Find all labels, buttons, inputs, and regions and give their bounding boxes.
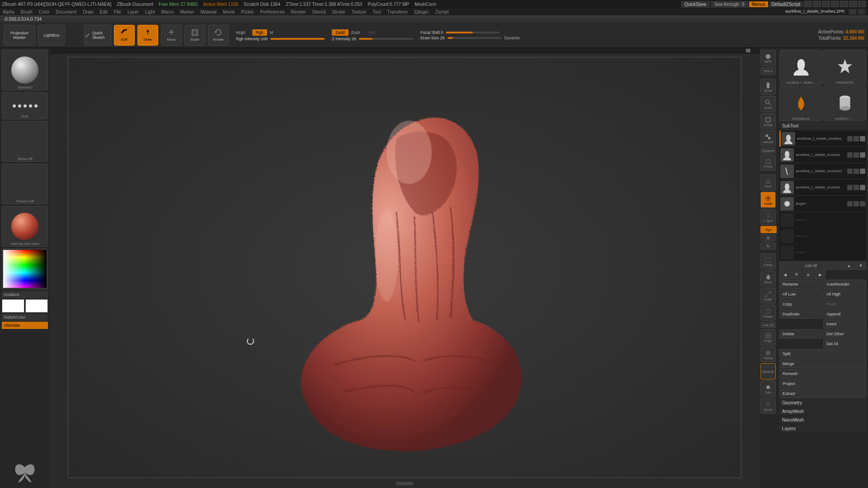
gradient-button[interactable]: Gradient [2,291,48,298]
all-high-button[interactable]: All High [823,290,866,299]
append-button[interactable]: Append [823,310,866,319]
xyz-button[interactable]: Xyz [760,226,777,233]
del-other-button[interactable]: Del Other [823,329,866,338]
alpha-preview[interactable]: Alpha Off [2,121,48,162]
window-btn-1[interactable] [804,1,812,7]
subtool-up-button[interactable]: ▲ [844,262,854,270]
material-preview[interactable]: MatCap Red Wax [2,206,48,247]
zsub-label[interactable]: Zsub [351,30,365,35]
z-intensity[interactable]: Z Intensity 25 [332,37,356,41]
bpr-button[interactable]: BPR [760,50,776,66]
extract-button[interactable]: Extract [779,389,866,398]
subtool-mode-icon[interactable] [854,169,859,174]
tool-tile-polymesh[interactable]: PolyMesh3D [823,50,866,85]
menu-movie[interactable]: Movie [223,9,235,14]
edit-button[interactable]: Edit [114,25,135,46]
menu-material[interactable]: Material [201,9,217,14]
section-arraymesh[interactable]: ArrayMesh [779,408,866,415]
xpose-button[interactable]: Xpose [760,398,776,414]
subtool-paint-icon[interactable] [847,201,853,206]
rgb-button[interactable]: Rgb [252,29,267,36]
main-color-swatch[interactable] [2,299,24,313]
menus-button[interactable]: Menus [749,1,768,7]
subtool-item[interactable]: workflow_I_details_brushes [779,147,866,163]
linefill-button[interactable]: Line Fill [760,322,776,328]
dynamic-button[interactable]: Dynamic [760,147,776,154]
window-close[interactable] [858,1,866,7]
menu-brush[interactable]: Brush [21,9,33,14]
subtool-item[interactable]: Augen [779,196,866,212]
seethrough-slider[interactable]: See-through 0 [711,1,748,8]
rgb-intensity-slider[interactable] [270,38,325,40]
subtool-eye-icon[interactable] [860,201,865,206]
menubar-btn-1[interactable] [849,9,856,14]
menu-render[interactable]: Render [291,9,306,14]
stroke-preview[interactable]: Dots [2,92,48,119]
scale-button[interactable]: Scale [184,25,205,46]
focal-shift-slider[interactable] [446,32,500,33]
list-all-button[interactable]: List All [779,262,843,270]
rot-gizmo[interactable]: ↻ [760,242,776,249]
menu-alpha[interactable]: Alpha [3,9,14,14]
rename-button[interactable]: Rename [779,280,822,289]
duplicate-button[interactable]: Duplicate [779,310,822,319]
subtool-paint-icon[interactable] [847,169,853,174]
persp-button[interactable]: Persp [760,155,776,171]
subtool-item[interactable]: workflow_I_details_brushes2 [779,163,866,179]
transp-button[interactable]: Transp [760,346,776,362]
subtool-eye-icon[interactable] [860,136,865,141]
subtool-mode-icon[interactable] [854,201,859,206]
scroll-button[interactable]: Scroll [760,79,776,95]
remesh-button[interactable]: Remesh [779,369,866,378]
brush-preview[interactable]: Standard [2,50,48,90]
menu-file[interactable]: File [114,9,121,14]
polyf-button[interactable]: PolyF [760,329,776,345]
all-low-button[interactable]: All Low [779,290,822,299]
subtool-next-button[interactable]: ▶ [815,271,826,279]
local-button[interactable]: Local [760,192,776,208]
project-button[interactable]: Project [779,379,866,388]
menu-zplugin[interactable]: Zplugin [414,9,429,14]
subtool-eye-icon[interactable] [860,169,865,174]
menu-marker[interactable]: Marker [180,9,194,14]
viewport[interactable] [68,57,741,478]
subtool-mode-icon[interactable] [854,136,859,141]
frame-button[interactable]: Frame [760,253,776,269]
tool-tile-main[interactable]: workflow_I_details... [779,50,822,85]
rotate-nav-button[interactable]: Rotate [760,305,776,321]
texture-preview[interactable]: Texture Off [2,164,48,204]
m-label[interactable]: M [270,30,283,35]
projection-master-button[interactable]: Projection Master [4,25,35,46]
z-intensity-slider[interactable] [359,38,413,40]
section-nanomesh[interactable]: NanoMesh [779,416,866,424]
split-button[interactable]: Split [779,349,866,358]
menu-zscript[interactable]: Zscript [435,9,448,14]
menu-layer[interactable]: Layer [127,9,139,14]
move-nav-button[interactable]: Move [760,270,776,286]
menu-light[interactable]: Light [145,9,155,14]
subtool-mode-icon[interactable] [854,152,859,158]
dynamic-label[interactable]: Dynamic [505,36,520,40]
menu-edit[interactable]: Edit [100,9,108,14]
zoom-button[interactable]: Zoom [760,96,776,112]
autoreorder-button[interactable]: AutoReorder [823,280,866,289]
dynamic2-button[interactable]: Dynamic [760,363,776,380]
canvas-horizontal-scroll[interactable] [50,48,760,53]
move-button[interactable]: Move [161,25,182,46]
mrgb-label[interactable]: Mrgb [236,30,250,35]
default-zscript[interactable]: DefaultZScript [769,1,803,7]
window-btn-3[interactable] [822,1,830,7]
scale-nav-button[interactable]: Scale [760,287,776,304]
rotate-button[interactable]: Rotate [208,25,229,46]
zadd-button[interactable]: Zadd [332,29,349,36]
color-picker[interactable] [2,249,48,289]
rgb-intensity[interactable]: Rgb Intensity 100 [236,37,268,41]
aahalf-button[interactable]: AAHalf [760,130,776,146]
menu-document[interactable]: Document [56,9,77,14]
quicksketch-button[interactable]: Quick Sketch [84,25,111,46]
subtool-item[interactable]: workflow_I_details_brushes [779,179,866,196]
subtool-header[interactable]: SubTool [779,122,866,130]
color-gradient[interactable] [3,250,47,288]
floor-button[interactable]: Floor [760,174,776,191]
draw-size-slider[interactable] [448,37,502,39]
